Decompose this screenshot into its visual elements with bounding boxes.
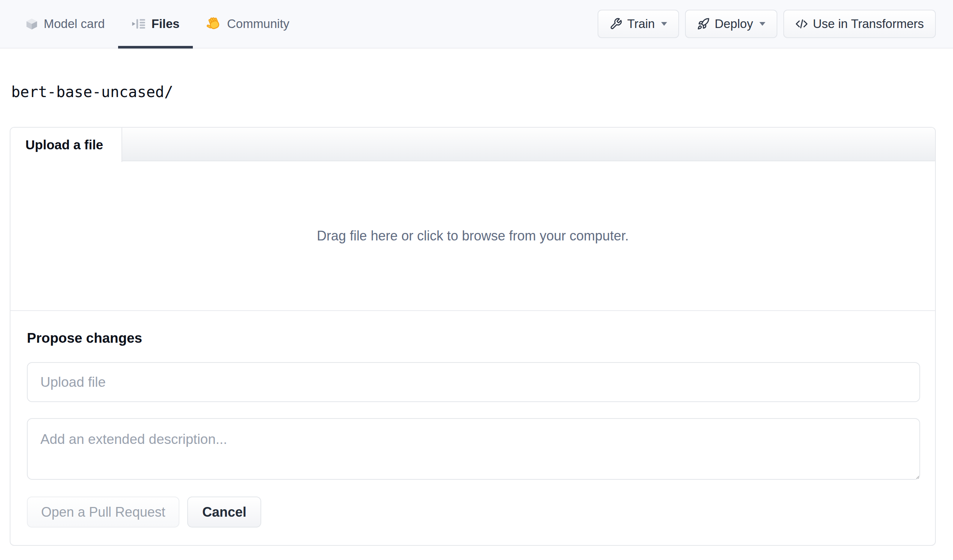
upload-file-card: Upload a file Drag file here or click to… <box>10 127 936 546</box>
waving-hand-icon <box>206 16 221 31</box>
active-tab-underline <box>118 46 193 48</box>
propose-actions-row: Open a Pull Request Cancel <box>27 497 919 528</box>
train-button-label: Train <box>627 17 655 31</box>
cancel-button[interactable]: Cancel <box>187 497 261 528</box>
train-button[interactable]: Train <box>598 10 679 38</box>
deploy-button-label: Deploy <box>715 17 753 31</box>
upload-tab-label: Upload a file <box>25 138 103 152</box>
tab-model-card[interactable]: Model card <box>12 0 118 48</box>
tab-files[interactable]: Files <box>118 0 193 48</box>
repo-nav: Model card Files <box>0 0 953 48</box>
upload-filename-input[interactable] <box>27 362 920 402</box>
repo-action-buttons: Train Deploy <box>598 0 936 48</box>
chevron-down-icon <box>759 22 765 26</box>
code-icon <box>795 17 808 30</box>
dropzone-hint-text: Drag file here or click to browse from y… <box>317 228 629 244</box>
tab-model-card-label: Model card <box>44 17 105 31</box>
use-in-transformers-label: Use in Transformers <box>813 17 924 31</box>
extended-description-textarea[interactable] <box>27 418 920 480</box>
propose-changes-heading: Propose changes <box>27 330 919 346</box>
deploy-button[interactable]: Deploy <box>685 10 778 38</box>
rocket-icon <box>697 17 710 30</box>
open-pull-request-button[interactable]: Open a Pull Request <box>27 497 179 528</box>
chevron-down-icon <box>661 22 667 26</box>
wrench-icon <box>610 17 622 30</box>
repo-tab-bar: Model card Files <box>12 0 303 48</box>
breadcrumb[interactable]: bert-base-uncased/ <box>11 83 953 101</box>
tab-files-label: Files <box>151 17 179 31</box>
tab-community-label: Community <box>227 17 289 31</box>
propose-changes-section: Propose changes Open a Pull Request Canc… <box>11 330 935 528</box>
use-in-transformers-button[interactable]: Use in Transformers <box>783 10 936 38</box>
tab-upload-a-file[interactable]: Upload a file <box>11 128 122 162</box>
upload-card-header: Upload a file <box>11 128 935 161</box>
cube-icon <box>25 17 38 30</box>
file-dropzone[interactable]: Drag file here or click to browse from y… <box>11 161 935 311</box>
files-list-icon <box>132 18 146 30</box>
tab-community[interactable]: Community <box>193 0 303 48</box>
